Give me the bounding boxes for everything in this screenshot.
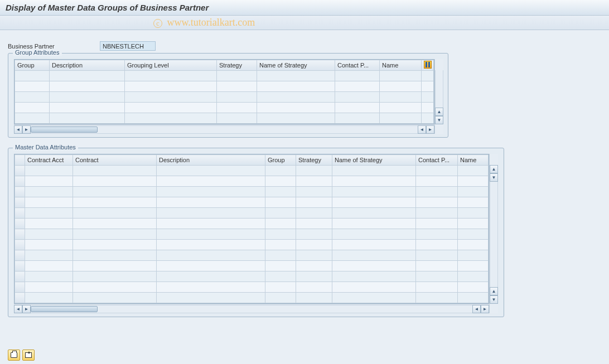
cell[interactable]	[157, 176, 265, 187]
hscroll-thumb[interactable]	[31, 127, 98, 133]
table-row[interactable]	[15, 261, 489, 271]
hscroll-master[interactable]: ◄ ► ◄ ►	[14, 304, 489, 313]
cell[interactable]	[335, 71, 380, 81]
cell[interactable]	[296, 176, 332, 187]
cell[interactable]	[335, 81, 380, 92]
col-name[interactable]: Name	[380, 60, 422, 71]
vscroll-track[interactable]	[490, 182, 498, 287]
cell[interactable]	[157, 208, 265, 219]
cell[interactable]	[332, 282, 416, 293]
table-row[interactable]	[15, 113, 434, 124]
cell[interactable]	[416, 166, 458, 176]
row-selector[interactable]	[15, 197, 25, 208]
vscroll-group[interactable]: ▲ ▼	[434, 59, 443, 134]
cell[interactable]	[157, 240, 265, 250]
col-contract[interactable]: Contract	[73, 155, 157, 166]
cell[interactable]	[332, 166, 416, 176]
cell[interactable]	[125, 81, 217, 92]
cell[interactable]	[416, 271, 458, 282]
cell[interactable]	[296, 261, 332, 271]
row-selector[interactable]	[15, 219, 25, 229]
col-group[interactable]: Group	[15, 60, 50, 71]
table-row[interactable]	[15, 293, 489, 303]
cell[interactable]	[257, 103, 335, 113]
table-row[interactable]	[15, 92, 434, 103]
scroll-up-button[interactable]: ▲	[490, 165, 498, 173]
scroll-right-button[interactable]: ►	[481, 305, 489, 313]
cell[interactable]	[157, 250, 265, 261]
scroll-up-button[interactable]: ▲	[435, 108, 443, 116]
cell[interactable]	[157, 293, 265, 303]
cell[interactable]	[15, 103, 50, 113]
cell[interactable]	[335, 92, 380, 103]
cell[interactable]	[265, 293, 296, 303]
cell[interactable]	[157, 166, 265, 176]
cell[interactable]	[25, 219, 73, 229]
col-strategy2[interactable]: Strategy	[296, 155, 332, 166]
cell[interactable]	[25, 261, 73, 271]
cell[interactable]	[296, 282, 332, 293]
export-button[interactable]	[22, 350, 35, 361]
cell[interactable]	[458, 240, 489, 250]
cell[interactable]	[416, 229, 458, 240]
cell[interactable]	[332, 261, 416, 271]
scroll-right-button[interactable]: ►	[426, 125, 434, 134]
vscroll-track[interactable]	[435, 70, 443, 108]
cell[interactable]	[416, 261, 458, 271]
cell[interactable]	[25, 197, 73, 208]
col-contract-acct[interactable]: Contract Acct	[25, 155, 73, 166]
cell[interactable]	[296, 219, 332, 229]
table-row[interactable]	[15, 240, 489, 250]
cell[interactable]	[257, 92, 335, 103]
cell[interactable]	[265, 176, 296, 187]
col-contact-p[interactable]: Contact P...	[335, 60, 380, 71]
cell[interactable]	[380, 92, 422, 103]
cell[interactable]	[157, 219, 265, 229]
table-row[interactable]	[15, 282, 489, 293]
scroll-left-end-button[interactable]: ◄	[418, 125, 426, 134]
cell[interactable]	[458, 229, 489, 240]
cell[interactable]	[73, 250, 157, 261]
cell[interactable]	[73, 176, 157, 187]
cell[interactable]	[416, 240, 458, 250]
cell[interactable]	[332, 250, 416, 261]
cell[interactable]	[15, 113, 50, 124]
cell[interactable]	[25, 187, 73, 197]
cell[interactable]	[332, 197, 416, 208]
cell[interactable]	[50, 81, 125, 92]
cell[interactable]	[332, 187, 416, 197]
cell[interactable]	[25, 293, 73, 303]
cell[interactable]	[73, 240, 157, 250]
cell[interactable]	[125, 71, 217, 81]
cell[interactable]	[25, 166, 73, 176]
scroll-down-button[interactable]: ▼	[435, 116, 443, 124]
row-selector[interactable]	[15, 166, 25, 176]
cell[interactable]	[15, 71, 50, 81]
hscroll-track[interactable]	[31, 305, 472, 313]
cell[interactable]	[25, 250, 73, 261]
cell[interactable]	[73, 219, 157, 229]
cell[interactable]	[296, 240, 332, 250]
scroll-right-step-button[interactable]: ►	[22, 125, 31, 134]
cell[interactable]	[50, 92, 125, 103]
cell[interactable]	[458, 176, 489, 187]
cell[interactable]	[25, 282, 73, 293]
cell[interactable]	[265, 282, 296, 293]
cell[interactable]	[157, 229, 265, 240]
row-selector[interactable]	[15, 282, 25, 293]
col-description[interactable]: Description	[50, 60, 125, 71]
cell[interactable]	[73, 187, 157, 197]
col-grouping-level[interactable]: Grouping Level	[125, 60, 217, 71]
cell[interactable]	[217, 113, 257, 124]
cell[interactable]	[332, 271, 416, 282]
cell[interactable]	[458, 187, 489, 197]
cell[interactable]	[50, 71, 125, 81]
table-row[interactable]	[15, 219, 489, 229]
cell[interactable]	[416, 176, 458, 187]
cell[interactable]	[380, 103, 422, 113]
cell[interactable]	[416, 208, 458, 219]
col-name-strategy2[interactable]: Name of Strategy	[332, 155, 416, 166]
table-row[interactable]	[15, 166, 489, 176]
scroll-left-end-button[interactable]: ◄	[472, 305, 481, 313]
cell[interactable]	[25, 176, 73, 187]
